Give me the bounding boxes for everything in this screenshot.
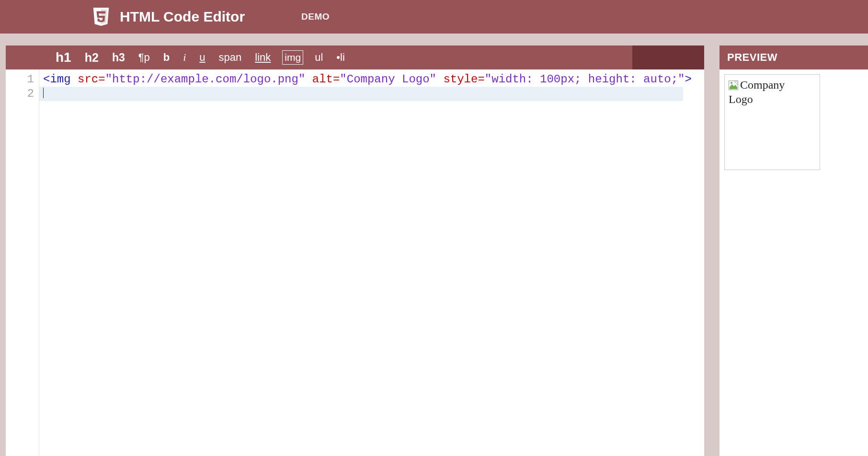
toolbar-underline-button[interactable]: u bbox=[197, 50, 207, 65]
code-token: < bbox=[43, 73, 50, 86]
toolbar-li-button[interactable]: •li bbox=[334, 50, 346, 65]
toolbar-h3-button[interactable]: h3 bbox=[110, 50, 127, 65]
line-number: 1 bbox=[6, 72, 34, 87]
toolbar-p-button[interactable]: ¶p bbox=[137, 50, 152, 65]
code-editor[interactable]: 1 2 <img src="http://example.com/logo.pn… bbox=[6, 69, 704, 456]
toolbar-italic-button[interactable]: i bbox=[181, 50, 188, 65]
app-header: HTML Code Editor DEMO bbox=[0, 0, 868, 34]
toolbar-bold-button[interactable]: b bbox=[161, 50, 171, 65]
preview-broken-image: Company Logo bbox=[724, 74, 820, 170]
code-line[interactable] bbox=[43, 87, 700, 101]
nav-demo[interactable]: DEMO bbox=[301, 11, 330, 22]
editor-toolbar: h1 h2 h3 ¶p b i u span link img ul •li bbox=[6, 46, 704, 69]
code-line[interactable]: <img src="http://example.com/logo.png" a… bbox=[43, 72, 700, 87]
text-cursor bbox=[43, 88, 44, 98]
code-token: "width: 100px; height: auto;" bbox=[485, 73, 685, 86]
code-token bbox=[305, 73, 312, 86]
editor-panel: h1 h2 h3 ¶p b i u span link img ul •li 1… bbox=[6, 46, 704, 456]
top-nav: DEMO bbox=[301, 11, 330, 22]
preview-title: PREVIEW bbox=[720, 46, 868, 69]
preview-panel: PREVIEW Company bbox=[720, 46, 868, 456]
code-token bbox=[436, 73, 443, 86]
line-number-gutter: 1 2 bbox=[6, 69, 39, 456]
toolbar-link-button[interactable]: link bbox=[253, 50, 273, 65]
code-token: src bbox=[78, 73, 98, 86]
code-token: = bbox=[333, 73, 340, 86]
preview-body: Company Logo bbox=[720, 69, 868, 456]
preview-alt-text: Logo bbox=[729, 92, 816, 106]
broken-image-icon bbox=[729, 79, 738, 89]
svg-point-5 bbox=[731, 82, 732, 84]
html5-shield-icon bbox=[91, 7, 111, 27]
code-area[interactable]: <img src="http://example.com/logo.png" a… bbox=[39, 69, 704, 456]
svg-marker-2 bbox=[96, 11, 105, 23]
toolbar-span-button[interactable]: span bbox=[217, 50, 244, 65]
editor-scrollbar[interactable] bbox=[683, 69, 704, 456]
toolbar-accent bbox=[632, 46, 704, 69]
code-token: > bbox=[685, 73, 692, 86]
line-number: 2 bbox=[6, 87, 34, 101]
app-root: HTML Code Editor DEMO h1 h2 h3 ¶p b i u … bbox=[0, 0, 868, 456]
code-token: = bbox=[478, 73, 484, 86]
toolbar-ul-button[interactable]: ul bbox=[313, 50, 325, 65]
app-title: HTML Code Editor bbox=[120, 9, 245, 25]
preview-alt-text: Company bbox=[740, 78, 785, 92]
code-token: = bbox=[98, 73, 105, 86]
workspace: h1 h2 h3 ¶p b i u span link img ul •li 1… bbox=[6, 46, 868, 456]
code-token: style bbox=[443, 73, 478, 86]
code-token: img bbox=[50, 73, 70, 86]
toolbar-img-button[interactable]: img bbox=[282, 50, 303, 65]
code-token bbox=[71, 73, 78, 86]
toolbar-h1-button[interactable]: h1 bbox=[54, 50, 73, 65]
code-token: "http://example.com/logo.png" bbox=[105, 73, 306, 86]
code-token: alt bbox=[312, 73, 333, 86]
code-token: "Company Logo" bbox=[340, 73, 436, 86]
toolbar-h2-button[interactable]: h2 bbox=[83, 50, 101, 65]
